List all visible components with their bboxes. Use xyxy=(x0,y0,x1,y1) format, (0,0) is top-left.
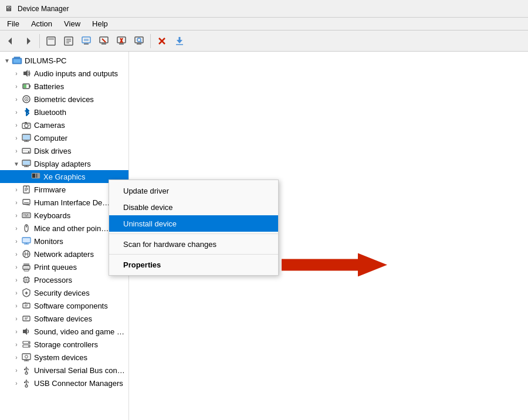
menu-action[interactable]: Action xyxy=(26,18,57,29)
toolbar-remove[interactable] xyxy=(154,33,170,49)
tree-monitors-icon xyxy=(21,236,32,246)
svg-point-114 xyxy=(25,355,28,358)
menu-help[interactable]: Help xyxy=(87,18,113,29)
svg-rect-25 xyxy=(179,37,181,40)
svg-rect-74 xyxy=(29,216,30,217)
tree-item-batteries[interactable]: › Batteries xyxy=(0,80,128,93)
svg-marker-0 xyxy=(8,38,12,45)
tree-mice-toggle[interactable]: › xyxy=(12,223,21,233)
tree-item-bluetooth[interactable]: › Bluetooth xyxy=(0,106,128,118)
svg-rect-28 xyxy=(14,57,20,58)
toolbar-properties-list[interactable] xyxy=(60,33,77,49)
ctx-scan-hardware[interactable]: Scan for hardware changes xyxy=(109,236,278,252)
tree-system-label: System devices xyxy=(34,353,87,362)
tree-item-software-comp[interactable]: › Software components xyxy=(0,299,128,312)
tree-processors-toggle[interactable]: › xyxy=(12,275,21,284)
tree-item-software-dev[interactable]: › Software devices xyxy=(0,312,128,325)
tree-item-usb-connector[interactable]: › USB Connector Managers xyxy=(0,377,128,389)
svg-marker-106 xyxy=(23,328,27,335)
svg-rect-73 xyxy=(25,216,28,217)
main-content: ▼ DILUMS-PC › Audio inputs and outpu xyxy=(0,52,528,420)
svg-point-76 xyxy=(26,226,27,227)
tree-computer-label: Computer xyxy=(34,134,67,143)
toolbar-scan[interactable] xyxy=(131,33,147,49)
tree-item-disk[interactable]: › Disk drives xyxy=(0,144,128,157)
tree-bluetooth-toggle[interactable]: › xyxy=(12,107,21,117)
ctx-update-driver[interactable]: Update driver xyxy=(109,182,278,199)
svg-rect-70 xyxy=(27,214,28,215)
svg-rect-72 xyxy=(23,216,25,217)
tree-software-comp-toggle[interactable]: › xyxy=(12,301,21,310)
svg-point-119 xyxy=(28,369,29,370)
menu-file[interactable]: File xyxy=(2,18,24,29)
tree-system-toggle[interactable]: › xyxy=(12,353,21,362)
svg-point-60 xyxy=(26,187,27,188)
svg-rect-44 xyxy=(23,135,30,140)
toolbar-forward[interactable] xyxy=(20,33,36,49)
svg-point-110 xyxy=(28,346,29,347)
svg-rect-67 xyxy=(22,213,31,218)
tree-item-security[interactable]: › Security devices xyxy=(0,286,128,299)
tree-usb-connector-toggle[interactable]: › xyxy=(12,378,21,388)
tree-display-toggle[interactable]: ▼ xyxy=(12,159,21,168)
ctx-scan-hardware-label: Scan for hardware changes xyxy=(123,240,216,249)
tree-print-toggle[interactable]: › xyxy=(12,262,21,272)
tree-cameras-toggle[interactable]: › xyxy=(12,120,21,130)
ctx-sep-1 xyxy=(109,233,278,234)
tree-biometric-label: Biometric devices xyxy=(34,95,94,104)
tree-audio-label: Audio inputs and outputs xyxy=(34,69,118,78)
arrow-indicator xyxy=(282,253,387,279)
svg-line-21 xyxy=(141,41,142,42)
svg-point-120 xyxy=(25,372,28,374)
svg-rect-29 xyxy=(13,59,21,63)
tree-security-toggle[interactable]: › xyxy=(12,288,21,297)
tree-root-toggle[interactable]: ▼ xyxy=(2,56,12,65)
menu-view[interactable]: View xyxy=(59,18,85,29)
tree-root[interactable]: ▼ DILUMS-PC xyxy=(0,54,128,67)
tree-network-label: Network adapters xyxy=(34,250,94,259)
tree-item-computer[interactable]: › Computer xyxy=(0,131,128,144)
tree-storage-icon xyxy=(21,339,32,350)
toolbar-update-driver[interactable] xyxy=(78,33,94,49)
tree-sound-toggle[interactable]: › xyxy=(12,327,21,336)
tree-item-display[interactable]: ▼ Display adapters xyxy=(0,157,128,170)
tree-firmware-toggle[interactable]: › xyxy=(12,185,21,194)
toolbar-back[interactable] xyxy=(2,33,19,49)
tree-audio-toggle[interactable]: › xyxy=(12,69,21,78)
ctx-properties[interactable]: Properties xyxy=(109,256,278,273)
tree-item-system[interactable]: › System devices xyxy=(0,351,128,364)
toolbar-show-hide[interactable] xyxy=(43,33,59,49)
tree-biometric-toggle[interactable]: › xyxy=(12,94,21,104)
tree-mice-label: Mice and other pointing devices xyxy=(34,224,110,233)
tree-disk-icon xyxy=(21,145,32,156)
ctx-uninstall-device[interactable]: Uninstall device xyxy=(109,215,278,232)
toolbar-uninstall[interactable] xyxy=(113,33,130,49)
tree-print-label: Print queues xyxy=(34,263,77,272)
tree-usb-toggle[interactable]: › xyxy=(12,365,21,375)
svg-rect-85 xyxy=(24,267,29,268)
svg-point-20 xyxy=(137,38,141,42)
tree-item-storage[interactable]: › Storage controllers xyxy=(0,338,128,351)
tree-display-label: Display adapters xyxy=(34,160,91,168)
toolbar-disable[interactable] xyxy=(96,33,112,49)
tree-item-cameras[interactable]: › Cameras xyxy=(0,118,128,131)
svg-marker-30 xyxy=(23,70,28,77)
tree-item-sound[interactable]: › Sound, video and game controllers xyxy=(0,325,128,338)
tree-computer-toggle[interactable]: › xyxy=(12,133,21,143)
tree-item-usb[interactable]: › Universal Serial Bus controllers xyxy=(0,364,128,377)
toolbar-download[interactable] xyxy=(171,33,188,49)
tree-disk-toggle[interactable]: › xyxy=(12,146,21,155)
tree-hid-toggle[interactable]: › xyxy=(12,198,21,207)
ctx-disable-device[interactable]: Disable device xyxy=(109,199,278,215)
ctx-sep-2 xyxy=(109,254,278,255)
tree-display-icon xyxy=(21,158,32,169)
tree-keyboards-toggle[interactable]: › xyxy=(12,211,21,220)
tree-batteries-toggle[interactable]: › xyxy=(12,82,21,91)
tree-item-biometric[interactable]: › Biometric devices xyxy=(0,93,128,106)
tree-software-dev-toggle[interactable]: › xyxy=(12,314,21,323)
tree-network-toggle[interactable]: › xyxy=(12,249,21,259)
tree-storage-toggle[interactable]: › xyxy=(12,340,21,349)
tree-item-audio[interactable]: › Audio inputs and outputs xyxy=(0,67,128,80)
svg-rect-54 xyxy=(36,174,38,178)
tree-monitors-toggle[interactable]: › xyxy=(12,236,21,246)
